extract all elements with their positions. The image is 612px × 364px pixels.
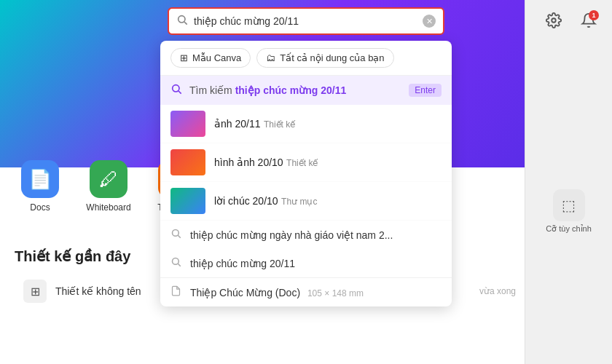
folder-tab-icon: 🗂 <box>266 52 275 63</box>
docs-icon-circle: 📄 <box>21 160 59 198</box>
suggestion-bold: thiệp chúc mừng 20/11 <box>235 84 347 96</box>
suggestion-search-icon <box>170 83 182 98</box>
custom-size-item[interactable]: ⬚ Cỡ tùy chỉnh <box>546 189 592 234</box>
svg-line-1 <box>184 22 187 25</box>
result-name-3: lời chúc 20/10 <box>214 195 278 207</box>
search-dropdown: ⊞ Mẫu Canva 🗂 Tất cả nội dung của bạn Tì… <box>160 41 452 306</box>
enter-badge: Enter <box>409 84 442 97</box>
svg-point-2 <box>552 18 556 23</box>
svg-point-3 <box>173 85 179 92</box>
tab-canva-templates[interactable]: ⊞ Mẫu Canva <box>170 48 251 68</box>
tab-all-content[interactable]: 🗂 Tất cả nội dung của bạn <box>256 48 393 68</box>
custom-size-label: Cỡ tùy chỉnh <box>546 224 592 234</box>
tab-all-label: Tất cả nội dung của bạn <box>280 52 384 63</box>
tab-canva-label: Mẫu Canva <box>192 52 241 63</box>
whiteboard-icon-circle: 🖊 <box>90 160 128 198</box>
dropdown-tabs: ⊞ Mẫu Canva 🗂 Tất cả nội dung của bạn <box>160 41 452 76</box>
doc-icon <box>170 285 181 299</box>
result-item-3[interactable]: lời chúc 20/10 Thư mục <box>160 182 452 221</box>
settings-button[interactable] <box>542 9 565 32</box>
svg-line-6 <box>178 235 180 237</box>
result-info-2: hình ảnh 20/10 Thiết kế <box>214 156 442 169</box>
notifications-button[interactable]: 1 <box>577 9 600 32</box>
right-panel: ⬚ Cỡ tùy chỉnh <box>525 0 612 364</box>
search-box: ✕ <box>168 7 444 35</box>
result-type-3: Thư mục <box>281 197 317 207</box>
svg-point-7 <box>173 258 179 265</box>
search-input[interactable] <box>194 15 417 27</box>
text-suggestion-icon-1 <box>170 228 181 242</box>
result-thumb-3 <box>170 188 205 214</box>
result-name-1: ảnh 20/11 <box>214 118 261 130</box>
notification-badge: 1 <box>589 10 599 20</box>
result-name-2: hình ảnh 20/10 <box>214 157 283 168</box>
text-suggestion-label-1: thiệp chúc mừng ngày nhà giáo việt nam 2… <box>190 229 393 241</box>
search-clear-button[interactable]: ✕ <box>423 15 436 28</box>
svg-line-4 <box>178 91 181 94</box>
suggestion-text: Tìm kiếm thiệp chúc mừng 20/11 <box>189 84 401 96</box>
result-info-1: ảnh 20/11 Thiết kế <box>214 117 442 130</box>
svg-line-8 <box>178 264 180 266</box>
result-info-3: lời chúc 20/10 Thư mục <box>214 194 442 207</box>
last-suggestion-label: Thiệp Chúc Mừng (Doc) 105 × 148 mm <box>190 287 364 298</box>
custom-size-icon: ⬚ <box>553 189 585 221</box>
result-thumb-2 <box>170 149 205 175</box>
svg-point-5 <box>173 230 179 237</box>
recent-item-time: vừa xong <box>479 286 516 296</box>
recent-item-icon: ⊞ <box>23 280 47 303</box>
header-icons: 1 <box>542 9 600 32</box>
result-type-2: Thiết kế <box>286 158 318 168</box>
top-bar: ✕ 1 <box>0 0 612 41</box>
text-suggestion-label-2: thiệp chúc mừng 20/11 <box>190 258 295 269</box>
text-suggestion-icon-2 <box>170 256 181 270</box>
search-icon <box>176 14 188 28</box>
docs-label: Docs <box>30 202 50 213</box>
recent-item-name: Thiết kế không tên <box>55 285 141 297</box>
text-suggestion-1[interactable]: thiệp chúc mừng ngày nhà giáo việt nam 2… <box>160 221 452 249</box>
result-type-1: Thiết kế <box>264 119 295 130</box>
whiteboard-label: Whiteboard <box>86 202 130 213</box>
result-thumb-1 <box>170 111 205 137</box>
search-suggestion-row[interactable]: Tìm kiếm thiệp chúc mừng 20/11 Enter <box>160 76 452 105</box>
text-suggestion-2[interactable]: thiệp chúc mừng 20/11 <box>160 249 452 277</box>
result-item-2[interactable]: hình ảnh 20/10 Thiết kế <box>160 143 452 182</box>
template-icon: ⊞ <box>180 52 188 63</box>
result-item-1[interactable]: ảnh 20/11 Thiết kế <box>160 105 452 143</box>
whiteboard-icon-item[interactable]: 🖊 Whiteboard <box>83 160 134 213</box>
docs-icon-item[interactable]: 📄 Docs <box>15 160 66 213</box>
last-suggestion[interactable]: Thiệp Chúc Mừng (Doc) 105 × 148 mm <box>160 277 452 306</box>
svg-point-0 <box>178 16 185 23</box>
